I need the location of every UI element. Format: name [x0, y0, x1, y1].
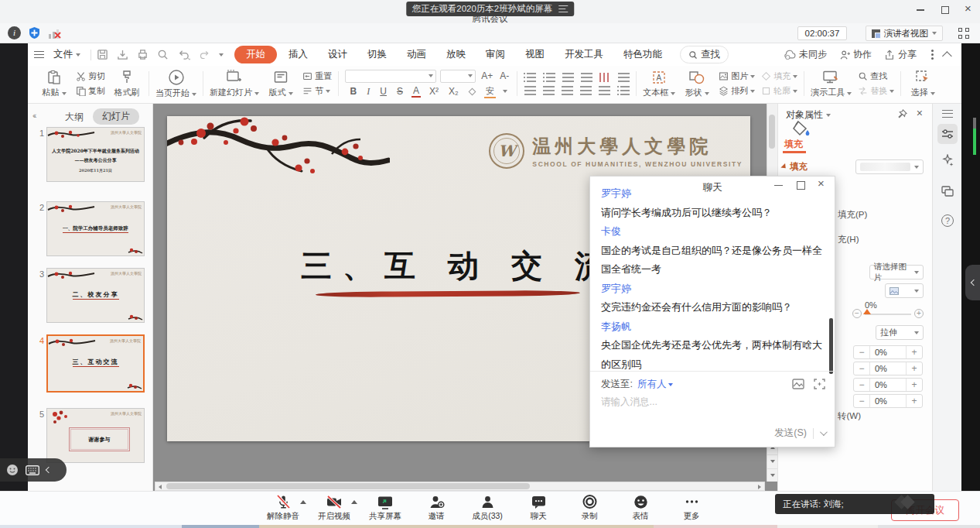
- columns-icon[interactable]: [620, 86, 630, 95]
- fill-option-clipped[interactable]: 充(H): [838, 234, 859, 245]
- slider-track[interactable]: [865, 314, 911, 315]
- clear-format-icon[interactable]: [468, 87, 476, 95]
- slider-handle[interactable]: [863, 309, 871, 314]
- chat-button[interactable]: 聊天: [518, 494, 558, 522]
- print-preview-icon[interactable]: [157, 49, 169, 60]
- align-right-icon[interactable]: [562, 86, 573, 95]
- fill-tab[interactable]: 填充: [784, 138, 803, 151]
- plus-icon[interactable]: +: [907, 379, 922, 391]
- help-button[interactable]: ?: [937, 211, 958, 231]
- new-slide-button[interactable]: 新建幻灯片: [210, 70, 259, 98]
- effects-tool-button[interactable]: [937, 150, 958, 170]
- scrollbar-thumb[interactable]: [166, 483, 530, 489]
- chat-scrollbar-thumb[interactable]: [829, 318, 833, 374]
- tab-design[interactable]: 设计: [318, 46, 357, 63]
- fill-type-select[interactable]: [855, 159, 924, 174]
- customize-toolbar-icon[interactable]: [219, 53, 224, 57]
- invite-button[interactable]: 邀请: [416, 494, 456, 522]
- info-icon[interactable]: i: [8, 26, 21, 39]
- screenshot-icon[interactable]: [814, 379, 825, 389]
- send-image-icon[interactable]: [792, 379, 804, 389]
- send-button[interactable]: 发送(S): [774, 427, 807, 440]
- chat-window[interactable]: 聊天 罗宇婷 请问学长考编成功后可以继续考公吗？ 卡俊 国企的考试是自己组织的吗…: [589, 176, 835, 447]
- collaborate-button[interactable]: 协作: [839, 48, 872, 61]
- stretch-select[interactable]: 拉伸: [876, 325, 924, 340]
- minimize-icon[interactable]: [915, 4, 926, 15]
- mic-options-icon[interactable]: [300, 500, 306, 504]
- keyboard-icon[interactable]: [26, 465, 39, 475]
- scroll-right-icon[interactable]: [758, 485, 761, 489]
- undo-icon[interactable]: [177, 49, 190, 60]
- fill-option-picture-clipped[interactable]: 填充(P): [838, 209, 867, 221]
- ribbon-find-button[interactable]: 查找: [858, 70, 894, 82]
- minus-icon[interactable]: −: [854, 379, 869, 391]
- banner-menu-icon[interactable]: [558, 5, 568, 12]
- tab-view[interactable]: 视图: [515, 46, 555, 63]
- tab-slides[interactable]: 幻灯片: [93, 108, 139, 125]
- share-screen-button[interactable]: 共享屏幕: [365, 494, 405, 522]
- format-painter-button[interactable]: 格式刷: [111, 70, 142, 98]
- scrollbar-thumb[interactable]: [769, 115, 775, 149]
- fullscreen-icon[interactable]: [958, 28, 969, 39]
- video-options-icon[interactable]: [351, 500, 357, 504]
- chat-input[interactable]: [601, 396, 818, 407]
- file-menu[interactable]: 文件: [49, 48, 85, 61]
- shield-protect-icon[interactable]: [28, 26, 41, 39]
- offset-stepper-4[interactable]: −0%+: [853, 394, 923, 408]
- scroll-down-button[interactable]: [767, 468, 777, 482]
- collapse-panel-icon[interactable]: ‹‹: [32, 111, 35, 120]
- network-error-icon[interactable]: [48, 27, 62, 39]
- decrease-font-button[interactable]: A-: [498, 70, 510, 81]
- floating-toolbar[interactable]: [0, 458, 67, 482]
- redo-icon[interactable]: [199, 49, 210, 60]
- panel-collapse-tab[interactable]: [965, 265, 980, 300]
- tab-special-features[interactable]: 特色功能: [613, 46, 672, 63]
- line-spacing-icon[interactable]: [618, 73, 630, 82]
- increase-indent-icon[interactable]: [581, 73, 592, 82]
- print-icon[interactable]: [137, 49, 149, 60]
- next-slide-button[interactable]: [767, 454, 777, 468]
- font-color-button[interactable]: A: [411, 85, 421, 98]
- tab-insert[interactable]: 插入: [278, 46, 318, 63]
- hamburger-icon[interactable]: [34, 51, 44, 58]
- text-tool-button[interactable]: 安: [484, 85, 496, 98]
- increase-font-button[interactable]: A+: [480, 70, 494, 81]
- justify-icon[interactable]: [580, 86, 592, 95]
- text-box-button[interactable]: A 文本框: [643, 70, 675, 98]
- cut-button[interactable]: 剪切: [76, 70, 105, 82]
- plus-icon[interactable]: +: [907, 395, 922, 407]
- replace-button[interactable]: 替换: [858, 85, 894, 97]
- texture-select[interactable]: [885, 283, 924, 298]
- minus-icon[interactable]: −: [854, 362, 869, 375]
- tab-outline[interactable]: 大纲: [65, 111, 84, 124]
- tab-animation[interactable]: 动画: [397, 46, 436, 63]
- subscript-button[interactable]: X₂: [447, 86, 460, 97]
- slide-thumbnail-5[interactable]: 温州大學人文學院 谢谢参与: [46, 408, 145, 463]
- select-button[interactable]: 选择: [907, 70, 938, 98]
- panel-menu-icon[interactable]: [942, 110, 953, 118]
- watching-banner[interactable]: 您正在观看2020历本2班孙斌的屏幕: [406, 2, 574, 16]
- picture-button[interactable]: 图片: [719, 70, 755, 82]
- underline-button[interactable]: U: [378, 86, 388, 97]
- superscript-button[interactable]: X²: [428, 86, 440, 97]
- tab-developer[interactable]: 开发工具: [555, 46, 613, 63]
- minus-icon[interactable]: −: [854, 395, 869, 407]
- rotate-option-clipped[interactable]: 转(W): [838, 410, 861, 422]
- slide-thumbnail-3[interactable]: 温州大學人文學院 二、校友分享: [46, 268, 145, 323]
- play-from-current-button[interactable]: 当页开始: [155, 69, 196, 99]
- font-family-select[interactable]: [345, 70, 436, 83]
- plus-icon[interactable]: +: [907, 346, 922, 358]
- send-options-icon[interactable]: [820, 428, 828, 436]
- close-icon[interactable]: [963, 4, 974, 15]
- tab-review[interactable]: 审阅: [476, 46, 515, 63]
- tab-transition[interactable]: 切换: [357, 46, 397, 63]
- close-panel-icon[interactable]: ×: [917, 107, 923, 119]
- tab-home[interactable]: 开始: [234, 46, 277, 63]
- section-button[interactable]: 节: [302, 85, 332, 97]
- chevron-left-icon[interactable]: [46, 467, 52, 473]
- layout-button[interactable]: 版式: [265, 70, 296, 98]
- output-icon[interactable]: [117, 49, 128, 60]
- slide-thumbnail-2[interactable]: 温州大學人文學院 一、院学工办辅导员老师致辞: [46, 201, 145, 256]
- bold-button[interactable]: B: [349, 86, 359, 97]
- plus-icon[interactable]: +: [907, 362, 922, 375]
